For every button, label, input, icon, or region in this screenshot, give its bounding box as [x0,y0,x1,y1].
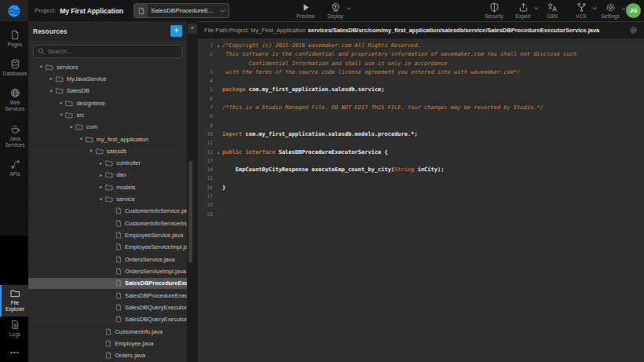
tree-toggle-arrow[interactable]: ▸ [97,172,105,178]
tree-toggle-arrow[interactable]: ▾ [97,196,105,203]
search-input[interactable] [48,48,177,55]
tree-item-employeeserviceimpl-java[interactable]: EmployeeServiceImpl.java [28,242,187,254]
collapse-panel-button[interactable]: « [188,24,197,34]
folder-icon [10,288,20,298]
tree-toggle-arrow[interactable]: ▾ [37,64,46,70]
code-line[interactable]: 7/*This is a Studio Managed File. DO NOT… [198,104,644,112]
code-line[interactable]: 19· [198,210,644,219]
search-box[interactable] [33,45,182,58]
caret-down-icon[interactable] [346,7,351,10]
vcs-button[interactable]: VCS [569,2,593,19]
code-editor[interactable]: 1▾/*Copyright (c) 2015-2016 wavemaker.co… [198,39,644,362]
open-file-dropdown[interactable]: SalesDBProcedureE... [134,3,229,18]
sidebar-item-databases[interactable]: Databases [0,56,28,81]
tree-scrollbar[interactable] [188,161,192,263]
tree-toggle-arrow[interactable]: ▾ [87,148,96,154]
preview-button[interactable]: Preview [294,2,317,19]
sidebar-item-java-services[interactable]: Java Services [0,121,28,152]
export-button[interactable]: Export [511,2,535,19]
tree-item-dao[interactable]: ▸dao [28,170,187,181]
code-line[interactable]: 15· [198,174,644,183]
code-line[interactable]: 18· [198,201,644,210]
tree-item-service[interactable]: ▾service [28,193,187,205]
code-text: · [222,122,225,130]
tree-item-employee-java[interactable]: Employee.java [28,338,187,349]
tree-item-customerinfoservice-java[interactable]: CustomerInfoService.java [28,206,187,218]
settings-button[interactable]: Settings [598,2,622,19]
sidebar-more-button[interactable]: ••• [0,346,28,362]
fold-marker-icon[interactable]: ▾ [214,42,222,50]
folder-icon [105,171,113,178]
folder-icon [86,136,93,143]
tree-toggle-arrow[interactable]: ▸ [97,160,105,166]
tree-item-my-first-application[interactable]: ▾my_first_application [28,133,187,145]
tree-item-salesdbqueryexecutorserviceimpl-java[interactable]: SalesDBQueryExecutorServiceImpl.java [28,314,187,326]
code-line[interactable]: 16} [198,184,644,192]
code-line[interactable]: 10import com.my_first_application.salesd… [198,130,644,139]
tree-item-salesdbprocedureexecutorservice-java[interactable]: SalesDBProcedureExecutorService.java [28,278,187,290]
file-path-project: Project: My_First_Application [229,27,306,34]
sidebar-item-file-explorer[interactable]: File Explorer [0,285,28,316]
code-line[interactable]: 14 EmpCountByCityResponse executeEmp_cou… [198,166,644,174]
security-button[interactable]: Security [482,2,506,19]
tree-toggle-arrow[interactable]: ▾ [67,124,75,130]
wavemaker-logo[interactable] [0,0,28,21]
code-line[interactable]: 12▾public interface SalesDBProcedureExec… [198,148,644,157]
i18n-button[interactable]: I18N [540,2,564,19]
caret-down-icon[interactable] [534,7,539,10]
sidebar-item-web-services[interactable]: Web Services [0,85,28,116]
sidebar-item-logs[interactable]: Logs [0,316,28,342]
tree-item-ordersservice-java[interactable]: OrdersService.java [28,254,187,265]
tree-item-salesdbprocedureexecutorserviceimpl-java[interactable]: SalesDBProcedureExecutorServiceImpl.java [28,290,187,302]
tree-item-models[interactable]: ▸models [28,181,187,193]
deploy-button[interactable]: Deploy [324,2,347,19]
code-line[interactable]: Confidential Information and shall use i… [198,60,644,68]
tree-item-ordersserviceimpl-java[interactable]: OrdersServiceImpl.java [28,265,187,277]
tree-item-src[interactable]: ▾src [28,109,187,121]
code-line[interactable]: 1▾/*Copyright (c) 2015-2016 wavemaker.co… [198,42,644,50]
tree-item-com[interactable]: ▾com [28,122,187,133]
tree-item-orders-java[interactable]: Orders.java [28,350,187,362]
tree-toggle-arrow[interactable]: ▸ [57,100,65,106]
tree-item-designtime[interactable]: ▸designtime [28,97,187,109]
fold-marker-icon [214,122,222,130]
code-text: package com.my_first_application.salesdb… [222,86,385,94]
code-line[interactable]: 3 with the terms of the source code lice… [198,68,644,77]
tree-item-services[interactable]: ▾services [28,61,187,73]
tree-item-salesdb[interactable]: ▾SalesDB [28,86,187,97]
user-avatar[interactable]: JS [626,3,641,18]
code-text: import com.my_first_application.salesdb.… [222,130,418,139]
tree-item-myjavaservice[interactable]: ▸MyJavaService [28,73,187,85]
fold-marker-icon[interactable]: ▾ [214,148,222,157]
line-number: 7 [198,104,214,112]
tree-toggle-arrow[interactable]: ▾ [77,136,86,142]
tree-item-customerinfo-java[interactable]: CustomerInfo.java [28,326,187,338]
editor-settings-gear-icon[interactable] [629,26,638,35]
file-path-prefix: File Path: [204,27,229,34]
tree-toggle-arrow[interactable]: ▸ [97,184,105,190]
code-line[interactable]: 11· [198,139,644,148]
tree-item-controller[interactable]: ▸controller [28,158,187,170]
sidebar-item-pages[interactable]: Pages [0,27,28,52]
coffee-icon [10,124,20,134]
code-line[interactable]: 5package com.my_first_application.salesd… [198,86,644,94]
code-line[interactable]: 4· [198,77,644,86]
code-line[interactable]: 9· [198,122,644,130]
code-line[interactable]: 8· [198,112,644,121]
caret-down-icon[interactable] [592,7,597,10]
tree-toggle-arrow[interactable]: ▸ [47,75,56,82]
folder-icon [65,100,73,107]
code-line[interactable]: 2 This software is the confidential and … [198,50,644,59]
sidebar-item-apis[interactable]: APIs [0,156,28,181]
tree-item-employeeservice-java[interactable]: EmployeeService.java [28,229,187,241]
project-name[interactable]: My First Application [60,7,123,15]
tree-item-salesdbqueryexecutorservice-java[interactable]: SalesDBQueryExecutorService.java [28,302,187,313]
tree-toggle-arrow[interactable]: ▾ [57,112,65,118]
add-resource-button[interactable]: + [170,25,182,37]
tree-item-salesdb[interactable]: ▾salesdb [28,145,187,157]
code-line[interactable]: 6· [198,95,644,104]
code-line[interactable]: 13· [198,157,644,166]
code-line[interactable]: 17· [198,192,644,201]
tree-toggle-arrow[interactable]: ▾ [47,88,56,94]
tree-item-customerinfoserviceimpl-java[interactable]: CustomerInfoServiceImpl.java [28,218,187,229]
